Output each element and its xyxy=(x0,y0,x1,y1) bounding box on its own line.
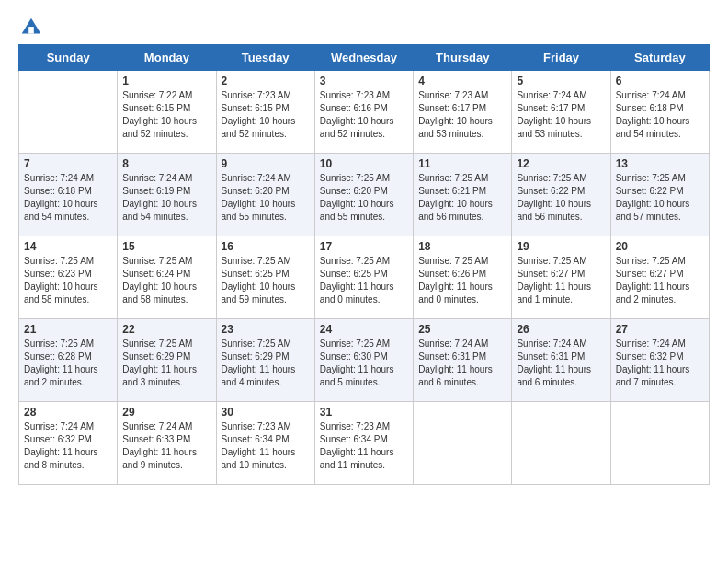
calendar-cell: 20Sunrise: 7:25 AMSunset: 6:27 PMDayligh… xyxy=(610,236,709,319)
day-number: 25 xyxy=(418,323,506,336)
day-number: 29 xyxy=(122,406,210,419)
calendar-cell: 8Sunrise: 7:24 AMSunset: 6:19 PMDaylight… xyxy=(118,154,216,236)
calendar-cell: 29Sunrise: 7:24 AMSunset: 6:33 PMDayligh… xyxy=(118,402,216,485)
day-info: Sunrise: 7:24 AMSunset: 6:33 PMDaylight:… xyxy=(122,420,210,472)
day-number: 19 xyxy=(517,240,605,253)
day-info: Sunrise: 7:25 AMSunset: 6:30 PMDaylight:… xyxy=(320,338,408,389)
calendar-cell: 28Sunrise: 7:24 AMSunset: 6:32 PMDayligh… xyxy=(19,402,118,485)
weekday-header-row: SundayMondayTuesdayWednesdayThursdayFrid… xyxy=(19,45,710,71)
day-info: Sunrise: 7:23 AMSunset: 6:34 PMDaylight:… xyxy=(222,420,310,472)
day-number: 13 xyxy=(616,157,704,170)
calendar-cell: 1Sunrise: 7:22 AMSunset: 6:15 PMDaylight… xyxy=(118,71,216,154)
day-number: 3 xyxy=(320,75,408,87)
day-info: Sunrise: 7:25 AMSunset: 6:25 PMDaylight:… xyxy=(320,255,408,306)
day-number: 17 xyxy=(320,240,408,253)
weekday-header-thursday: Thursday xyxy=(414,45,512,71)
calendar-cell: 3Sunrise: 7:23 AMSunset: 6:16 PMDaylight… xyxy=(314,71,413,154)
day-info: Sunrise: 7:25 AMSunset: 6:28 PMDaylight:… xyxy=(24,338,112,389)
calendar-cell: 10Sunrise: 7:25 AMSunset: 6:20 PMDayligh… xyxy=(314,154,413,236)
day-number: 27 xyxy=(616,323,704,336)
day-info: Sunrise: 7:24 AMSunset: 6:32 PMDaylight:… xyxy=(24,420,112,472)
calendar-table: SundayMondayTuesdayWednesdayThursdayFrid… xyxy=(18,44,710,485)
calendar-cell xyxy=(610,402,709,485)
day-number: 31 xyxy=(320,406,408,419)
calendar-cell: 26Sunrise: 7:24 AMSunset: 6:31 PMDayligh… xyxy=(512,319,610,402)
day-info: Sunrise: 7:23 AMSunset: 6:16 PMDaylight:… xyxy=(320,89,408,141)
day-info: Sunrise: 7:25 AMSunset: 6:29 PMDaylight:… xyxy=(222,338,310,389)
day-info: Sunrise: 7:25 AMSunset: 6:24 PMDaylight:… xyxy=(122,255,210,306)
calendar-cell: 17Sunrise: 7:25 AMSunset: 6:25 PMDayligh… xyxy=(314,236,413,319)
day-number: 1 xyxy=(122,75,210,87)
day-number: 6 xyxy=(616,75,704,87)
calendar-cell: 22Sunrise: 7:25 AMSunset: 6:29 PMDayligh… xyxy=(118,319,216,402)
week-row-4: 21Sunrise: 7:25 AMSunset: 6:28 PMDayligh… xyxy=(19,319,710,402)
day-info: Sunrise: 7:24 AMSunset: 6:31 PMDaylight:… xyxy=(517,338,605,389)
calendar-cell: 4Sunrise: 7:23 AMSunset: 6:17 PMDaylight… xyxy=(414,71,512,154)
day-number: 7 xyxy=(24,157,112,170)
day-number: 2 xyxy=(222,75,310,87)
day-info: Sunrise: 7:22 AMSunset: 6:15 PMDaylight:… xyxy=(122,89,210,141)
calendar-cell: 9Sunrise: 7:24 AMSunset: 6:20 PMDaylight… xyxy=(216,154,314,236)
day-info: Sunrise: 7:25 AMSunset: 6:22 PMDaylight:… xyxy=(616,172,704,224)
calendar-cell: 23Sunrise: 7:25 AMSunset: 6:29 PMDayligh… xyxy=(216,319,314,402)
day-info: Sunrise: 7:25 AMSunset: 6:25 PMDaylight:… xyxy=(222,255,310,306)
day-number: 9 xyxy=(222,157,310,170)
logo-icon xyxy=(18,15,44,40)
day-info: Sunrise: 7:25 AMSunset: 6:26 PMDaylight:… xyxy=(418,255,506,306)
calendar-cell xyxy=(19,71,118,154)
day-number: 26 xyxy=(517,323,605,336)
calendar-cell: 6Sunrise: 7:24 AMSunset: 6:18 PMDaylight… xyxy=(610,71,709,154)
day-info: Sunrise: 7:23 AMSunset: 6:34 PMDaylight:… xyxy=(320,420,408,472)
calendar-cell: 19Sunrise: 7:25 AMSunset: 6:27 PMDayligh… xyxy=(512,236,610,319)
day-info: Sunrise: 7:25 AMSunset: 6:21 PMDaylight:… xyxy=(418,172,506,224)
day-info: Sunrise: 7:24 AMSunset: 6:18 PMDaylight:… xyxy=(24,172,112,224)
calendar-cell: 27Sunrise: 7:24 AMSunset: 6:32 PMDayligh… xyxy=(610,319,709,402)
day-number: 5 xyxy=(517,75,605,87)
day-info: Sunrise: 7:24 AMSunset: 6:19 PMDaylight:… xyxy=(122,172,210,224)
week-row-2: 7Sunrise: 7:24 AMSunset: 6:18 PMDaylight… xyxy=(19,154,710,236)
day-info: Sunrise: 7:24 AMSunset: 6:32 PMDaylight:… xyxy=(616,338,704,389)
day-number: 15 xyxy=(122,240,210,253)
week-row-3: 14Sunrise: 7:25 AMSunset: 6:23 PMDayligh… xyxy=(19,236,710,319)
calendar-cell xyxy=(414,402,512,485)
day-number: 8 xyxy=(122,157,210,170)
weekday-header-sunday: Sunday xyxy=(19,45,118,71)
weekday-header-tuesday: Tuesday xyxy=(216,45,314,71)
day-number: 21 xyxy=(24,323,112,336)
day-number: 20 xyxy=(616,240,704,253)
day-info: Sunrise: 7:24 AMSunset: 6:17 PMDaylight:… xyxy=(517,89,605,141)
day-info: Sunrise: 7:25 AMSunset: 6:23 PMDaylight:… xyxy=(24,255,112,306)
day-info: Sunrise: 7:25 AMSunset: 6:27 PMDaylight:… xyxy=(616,255,704,306)
day-number: 11 xyxy=(418,157,506,170)
calendar-cell: 13Sunrise: 7:25 AMSunset: 6:22 PMDayligh… xyxy=(610,154,709,236)
day-info: Sunrise: 7:23 AMSunset: 6:15 PMDaylight:… xyxy=(222,89,310,141)
day-number: 10 xyxy=(320,157,408,170)
calendar-cell: 24Sunrise: 7:25 AMSunset: 6:30 PMDayligh… xyxy=(314,319,413,402)
logo xyxy=(18,15,48,40)
calendar-cell: 12Sunrise: 7:25 AMSunset: 6:22 PMDayligh… xyxy=(512,154,610,236)
week-row-1: 1Sunrise: 7:22 AMSunset: 6:15 PMDaylight… xyxy=(19,71,710,154)
calendar-cell: 5Sunrise: 7:24 AMSunset: 6:17 PMDaylight… xyxy=(512,71,610,154)
day-number: 30 xyxy=(222,406,310,419)
day-number: 14 xyxy=(24,240,112,253)
calendar-cell: 14Sunrise: 7:25 AMSunset: 6:23 PMDayligh… xyxy=(19,236,118,319)
day-number: 4 xyxy=(418,75,506,87)
calendar-cell: 21Sunrise: 7:25 AMSunset: 6:28 PMDayligh… xyxy=(19,319,118,402)
page-header xyxy=(18,9,710,40)
day-number: 24 xyxy=(320,323,408,336)
calendar-cell: 15Sunrise: 7:25 AMSunset: 6:24 PMDayligh… xyxy=(118,236,216,319)
day-number: 16 xyxy=(222,240,310,253)
calendar-cell: 25Sunrise: 7:24 AMSunset: 6:31 PMDayligh… xyxy=(414,319,512,402)
calendar-cell: 11Sunrise: 7:25 AMSunset: 6:21 PMDayligh… xyxy=(414,154,512,236)
day-number: 18 xyxy=(418,240,506,253)
day-info: Sunrise: 7:25 AMSunset: 6:22 PMDaylight:… xyxy=(517,172,605,224)
calendar-cell: 31Sunrise: 7:23 AMSunset: 6:34 PMDayligh… xyxy=(314,402,413,485)
week-row-5: 28Sunrise: 7:24 AMSunset: 6:32 PMDayligh… xyxy=(19,402,710,485)
calendar-cell xyxy=(512,402,610,485)
day-info: Sunrise: 7:25 AMSunset: 6:29 PMDaylight:… xyxy=(122,338,210,389)
calendar-cell: 18Sunrise: 7:25 AMSunset: 6:26 PMDayligh… xyxy=(414,236,512,319)
day-info: Sunrise: 7:25 AMSunset: 6:20 PMDaylight:… xyxy=(320,172,408,224)
svg-rect-1 xyxy=(28,27,34,33)
day-number: 12 xyxy=(517,157,605,170)
day-number: 28 xyxy=(24,406,112,419)
